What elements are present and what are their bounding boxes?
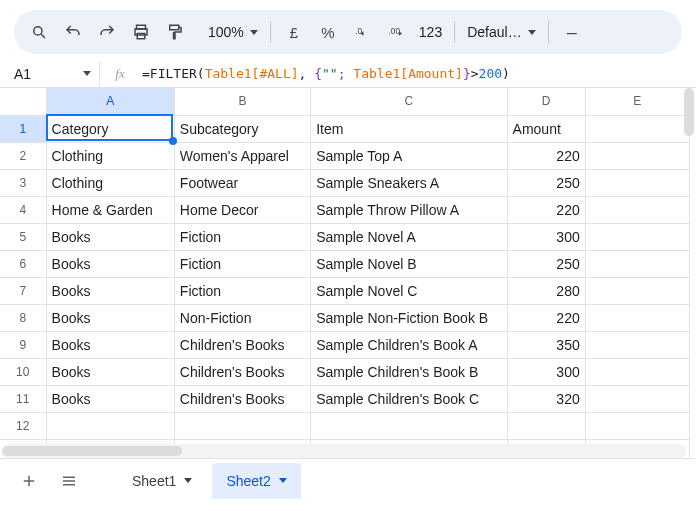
cell[interactable]: Footwear	[174, 169, 310, 196]
cell[interactable]	[585, 277, 689, 304]
cell[interactable]: 300	[507, 223, 585, 250]
cell[interactable]: Item	[311, 115, 507, 142]
sheet-tab-sheet1[interactable]: Sheet1	[118, 463, 206, 499]
cell[interactable]	[585, 358, 689, 385]
sheet-tab-sheet2[interactable]: Sheet2	[212, 463, 300, 499]
cell[interactable]: Books	[46, 250, 174, 277]
cell[interactable]: Books	[46, 277, 174, 304]
row-header[interactable]: 2	[0, 142, 46, 169]
number-format-button[interactable]: 123	[415, 24, 446, 40]
cell[interactable]	[174, 412, 310, 439]
cell[interactable]	[585, 250, 689, 277]
row-header[interactable]: 11	[0, 385, 46, 412]
cell[interactable]: Non-Fiction	[174, 304, 310, 331]
cell[interactable]: Clothing	[46, 169, 174, 196]
row-header[interactable]: 12	[0, 412, 46, 439]
cell[interactable]: Fiction	[174, 250, 310, 277]
cell[interactable]: 300	[507, 358, 585, 385]
cell[interactable]	[46, 412, 174, 439]
all-sheets-button[interactable]	[52, 464, 86, 498]
cell[interactable]: Subcategory	[174, 115, 310, 142]
cell[interactable]: Children's Books	[174, 358, 310, 385]
font-dropdown[interactable]: Defaul…	[463, 24, 539, 40]
cell[interactable]	[507, 412, 585, 439]
cell[interactable]: Books	[46, 358, 174, 385]
scrollbar-thumb[interactable]	[684, 88, 694, 136]
decrease-font-button[interactable]: –	[557, 17, 587, 47]
add-sheet-button[interactable]	[12, 464, 46, 498]
cell[interactable]: 250	[507, 169, 585, 196]
row-header[interactable]: 4	[0, 196, 46, 223]
undo-icon[interactable]	[58, 17, 88, 47]
cell[interactable]: Books	[46, 385, 174, 412]
cell[interactable]: 220	[507, 304, 585, 331]
col-header-b[interactable]: B	[174, 88, 310, 115]
row-header[interactable]: 7	[0, 277, 46, 304]
row-header[interactable]: 1	[0, 115, 46, 142]
percent-button[interactable]: %	[313, 17, 343, 47]
col-header-a[interactable]: A	[46, 88, 174, 115]
cell[interactable]: 220	[507, 196, 585, 223]
cell[interactable]	[311, 412, 507, 439]
row-header[interactable]: 6	[0, 250, 46, 277]
cell[interactable]: Sample Non-Fiction Book B	[311, 304, 507, 331]
decrease-decimal-icon[interactable]: .0	[347, 17, 377, 47]
cell[interactable]	[585, 169, 689, 196]
cell[interactable]	[585, 142, 689, 169]
cell[interactable]: Books	[46, 223, 174, 250]
cell[interactable]	[585, 304, 689, 331]
vertical-scrollbar[interactable]	[682, 88, 696, 442]
col-header-c[interactable]: C	[311, 88, 507, 115]
row-header[interactable]: 9	[0, 331, 46, 358]
cell[interactable]: Women's Apparel	[174, 142, 310, 169]
cell[interactable]: Sample Throw Pillow A	[311, 196, 507, 223]
cell[interactable]: Home Decor	[174, 196, 310, 223]
name-box[interactable]: A1	[4, 61, 100, 87]
cell[interactable]: Books	[46, 304, 174, 331]
row-header[interactable]: 8	[0, 304, 46, 331]
cell[interactable]: Sample Children's Book C	[311, 385, 507, 412]
cell[interactable]: 250	[507, 250, 585, 277]
cell[interactable]: Children's Books	[174, 385, 310, 412]
select-all-corner[interactable]	[0, 88, 46, 115]
increase-decimal-icon[interactable]: .00	[381, 17, 411, 47]
row-header[interactable]: 10	[0, 358, 46, 385]
cell[interactable]	[585, 115, 689, 142]
zoom-dropdown[interactable]: 100%	[204, 24, 262, 40]
cell[interactable]: Sample Sneakers A	[311, 169, 507, 196]
scrollbar-thumb[interactable]	[2, 446, 182, 456]
cell[interactable]: Sample Novel C	[311, 277, 507, 304]
cell[interactable]: Sample Children's Book B	[311, 358, 507, 385]
cell[interactable]	[585, 331, 689, 358]
print-icon[interactable]	[126, 17, 156, 47]
row-header[interactable]: 5	[0, 223, 46, 250]
cell[interactable]: Amount	[507, 115, 585, 142]
cell[interactable]: Category	[46, 115, 174, 142]
col-header-e[interactable]: E	[585, 88, 689, 115]
cell[interactable]: Sample Novel A	[311, 223, 507, 250]
cell[interactable]: Fiction	[174, 277, 310, 304]
currency-button[interactable]: £	[279, 17, 309, 47]
formula-input[interactable]: =FILTER(Table1[#ALL], {""; Table1[Amount…	[140, 66, 696, 81]
cell[interactable]: Children's Books	[174, 331, 310, 358]
cell[interactable]: 280	[507, 277, 585, 304]
cell[interactable]	[585, 412, 689, 439]
cell[interactable]	[585, 196, 689, 223]
cell[interactable]: Home & Garden	[46, 196, 174, 223]
cell[interactable]	[585, 223, 689, 250]
cell[interactable]	[585, 385, 689, 412]
cell[interactable]: 320	[507, 385, 585, 412]
cell[interactable]: 350	[507, 331, 585, 358]
paint-format-icon[interactable]	[160, 17, 190, 47]
cell[interactable]: Sample Top A	[311, 142, 507, 169]
cell[interactable]: Sample Children's Book A	[311, 331, 507, 358]
search-icon[interactable]	[24, 17, 54, 47]
cell[interactable]: Clothing	[46, 142, 174, 169]
cell[interactable]: Books	[46, 331, 174, 358]
cell[interactable]: 220	[507, 142, 585, 169]
col-header-d[interactable]: D	[507, 88, 585, 115]
horizontal-scrollbar[interactable]	[2, 444, 686, 458]
cell[interactable]: Fiction	[174, 223, 310, 250]
redo-icon[interactable]	[92, 17, 122, 47]
cell[interactable]: Sample Novel B	[311, 250, 507, 277]
